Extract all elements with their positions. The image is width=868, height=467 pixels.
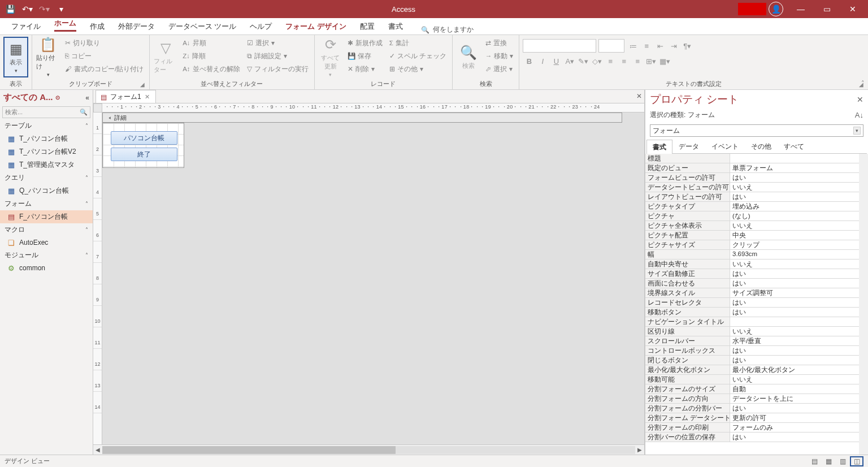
spelling-button[interactable]: ✓スペル チェック — [387, 50, 449, 62]
property-row[interactable]: サイズ自動修正はい — [645, 269, 859, 279]
dialog-launcher-icon[interactable]: ◢ — [139, 81, 146, 88]
property-value[interactable]: データシートを上に — [730, 394, 859, 403]
nav-table-item[interactable]: ▦T_管理拠点マスタ — [0, 158, 93, 171]
design-view-icon[interactable]: ◫ — [850, 456, 863, 466]
property-value[interactable]: 中央 — [730, 231, 859, 240]
detail-section-bar[interactable]: 詳細 — [102, 113, 622, 123]
bold-button[interactable]: B — [523, 55, 535, 67]
selection-button[interactable]: ☑選択▾ — [245, 37, 311, 49]
document-tab[interactable]: ▤ フォーム1 ✕ — [96, 90, 156, 103]
close-all-icon[interactable]: ✕ — [636, 92, 642, 100]
nav-category-modules[interactable]: モジュール˄ — [0, 249, 93, 262]
indent-decrease-icon[interactable]: ⇤ — [654, 40, 666, 52]
font-name-combo[interactable] — [523, 39, 596, 53]
property-row[interactable]: 既定のビュー単票フォーム — [645, 163, 859, 173]
toggle-filter-button[interactable]: ▽フィルターの実行 — [245, 63, 311, 75]
property-row[interactable]: レイアウトビューの許可はい — [645, 192, 859, 202]
property-value[interactable]: (なし) — [730, 211, 859, 220]
scroll-left-icon[interactable]: ◀ — [93, 447, 102, 453]
paste-button[interactable]: 📋 貼り付け ▾ — [36, 37, 60, 77]
property-row[interactable]: コントロールボックスはい — [645, 346, 859, 356]
property-value[interactable]: 埋め込み — [730, 202, 859, 211]
property-grid[interactable]: 標題既定のビュー単票フォームフォームビューの許可はいデータシートビューの許可いい… — [645, 154, 859, 455]
select-all-corner[interactable] — [93, 103, 102, 113]
property-row[interactable]: 境界線スタイルサイズ調整可 — [645, 288, 859, 298]
property-value[interactable]: はい — [730, 279, 859, 288]
property-row[interactable]: ピクチャ配置中央 — [645, 231, 859, 240]
form-view-icon[interactable]: ▤ — [808, 456, 821, 466]
tab-file[interactable]: ファイル — [5, 19, 47, 34]
property-row[interactable]: 標題 — [645, 154, 859, 163]
scroll-right-icon[interactable]: ▶ — [635, 447, 644, 453]
collapse-ribbon-icon[interactable]: ˄ — [861, 80, 865, 87]
clear-sort-button[interactable]: A↕並べ替えの解除 — [180, 63, 242, 75]
filter-button[interactable]: ▽ フィルター — [153, 37, 178, 77]
property-value[interactable]: はい — [730, 308, 859, 317]
collapse-nav-icon[interactable]: « — [85, 94, 89, 102]
align-left-button[interactable]: ≡ — [604, 55, 617, 67]
minimize-button[interactable]: — — [788, 0, 814, 18]
advanced-button[interactable]: ⧉詳細設定▾ — [245, 50, 311, 62]
property-row[interactable]: 移動ボタンはい — [645, 308, 859, 317]
property-row[interactable]: 幅3.693cm — [645, 250, 859, 260]
text-direction-icon[interactable]: ¶▾ — [681, 40, 693, 52]
property-value[interactable] — [730, 317, 859, 326]
property-row[interactable]: 最小化/最大化ボタン最小化/最大化ボタン — [645, 365, 859, 375]
property-row[interactable]: 分割フォームの印刷フォームのみ — [645, 423, 859, 433]
scroll-track[interactable] — [102, 446, 635, 454]
tab-external-data[interactable]: 外部データ — [111, 19, 162, 34]
vertical-scrollbar[interactable] — [859, 154, 868, 455]
horizontal-scrollbar[interactable]: ◀ ▶ — [93, 444, 644, 455]
property-row[interactable]: 閉じるボタンはい — [645, 356, 859, 365]
property-row[interactable]: 分割フォームのサイズ自動 — [645, 384, 859, 394]
object-selector-combo[interactable]: フォーム ▾ — [650, 124, 863, 137]
indent-increase-icon[interactable]: ⇥ — [667, 40, 680, 52]
property-row[interactable]: 分割フォームの方向データシートを上に — [645, 394, 859, 404]
nav-header[interactable]: すべての A... ⊙ « — [0, 90, 93, 105]
tab-help[interactable]: ヘルプ — [243, 19, 279, 34]
nav-category-macros[interactable]: マクロ˄ — [0, 223, 93, 236]
nav-category-queries[interactable]: クエリ˄ — [0, 171, 93, 184]
property-row[interactable]: 区切り線いいえ — [645, 327, 859, 336]
nav-category-forms[interactable]: フォーム˄ — [0, 197, 93, 210]
view-button[interactable]: ▦ 表示 ▾ — [3, 37, 28, 77]
tab-form-design[interactable]: フォーム デザイン — [279, 19, 353, 34]
font-color-button[interactable]: A▾ — [563, 55, 576, 67]
property-value[interactable]: 3.693cm — [730, 250, 859, 259]
property-row[interactable]: ナビゲーション タイトル — [645, 317, 859, 327]
design-surface[interactable]: 詳細 パソコン台帳 終了 — [102, 113, 644, 444]
form-button-2[interactable]: 終了 — [111, 148, 177, 161]
more-button[interactable]: ⊞その他▾ — [387, 63, 449, 75]
italic-button[interactable]: I — [536, 55, 549, 67]
property-row[interactable]: フォームビューの許可はい — [645, 173, 859, 183]
layout-view-icon[interactable]: ▥ — [836, 456, 849, 466]
property-row[interactable]: 自動中央寄せいいえ — [645, 260, 859, 269]
property-value[interactable]: はい — [730, 269, 859, 278]
qat-customize-icon[interactable]: ▾ — [53, 1, 69, 17]
tab-format[interactable]: 書式 — [381, 19, 410, 34]
close-tab-icon[interactable]: ✕ — [145, 93, 150, 101]
nav-category-tables[interactable]: テーブル˄ — [0, 119, 93, 132]
fill-color-button[interactable]: ◇▾ — [591, 55, 603, 67]
property-value[interactable]: 単票フォーム — [730, 163, 859, 172]
close-property-sheet-icon[interactable]: ✕ — [857, 95, 863, 104]
nav-module-item[interactable]: ⚙common — [0, 262, 93, 274]
datasheet-view-icon[interactable]: ▦ — [822, 456, 835, 466]
property-row[interactable]: ピクチャ全体表示いいえ — [645, 221, 859, 231]
property-value[interactable]: いいえ — [730, 183, 859, 192]
underline-button[interactable]: U — [550, 55, 562, 67]
font-size-combo[interactable] — [598, 39, 624, 53]
property-value[interactable]: クリップ — [730, 240, 859, 249]
numbering-icon[interactable]: ≡ — [640, 40, 653, 52]
nav-search-input[interactable]: 検索... 🔍 — [2, 106, 90, 118]
scroll-thumb[interactable] — [102, 446, 396, 454]
goto-button[interactable]: →移動▾ — [483, 50, 516, 62]
bullets-icon[interactable]: ≔ — [627, 40, 639, 52]
restore-button[interactable]: ▭ — [814, 0, 840, 18]
property-row[interactable]: ピクチャ(なし) — [645, 211, 859, 221]
copy-button[interactable]: ⎘コピー — [63, 50, 146, 62]
format-painter-button[interactable]: 🖌書式のコピー/貼り付け — [63, 63, 146, 75]
property-value[interactable]: 水平/垂直 — [730, 336, 859, 345]
property-value[interactable]: サイズ調整可 — [730, 288, 859, 297]
new-record-button[interactable]: ✱新規作成 — [345, 37, 385, 49]
